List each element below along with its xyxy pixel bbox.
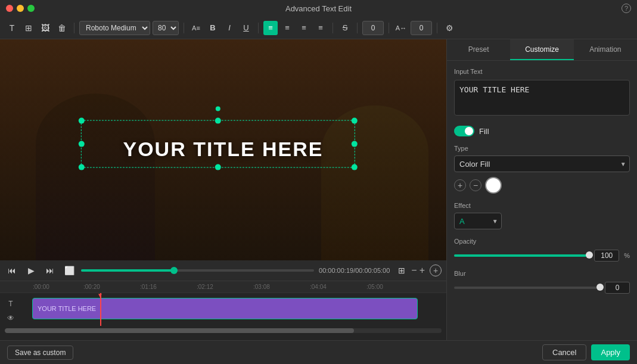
color-swatch[interactable]	[485, 177, 502, 194]
separator-5	[357, 23, 358, 33]
separator-6	[389, 23, 389, 33]
font-family-select[interactable]: Roboto Medium	[79, 21, 150, 35]
underline-button[interactable]: U	[239, 21, 253, 35]
zoom-out-button[interactable]: −	[411, 265, 417, 276]
fill-section: Fill	[454, 126, 630, 136]
timeline-tracks: T 👁 YOUR TITLE HERE	[0, 293, 446, 326]
maximize-button[interactable]	[27, 5, 35, 12]
fill-label: Fill	[479, 127, 489, 136]
effect-select-wrapper: A ▾	[454, 213, 502, 229]
panel-tabs: Preset Customize Animation	[447, 39, 637, 61]
timeline-scrollbar[interactable]	[5, 328, 442, 333]
tab-preset[interactable]: Preset	[447, 39, 510, 60]
type-select[interactable]: Color Fill Gradient Fill Image Fill	[454, 155, 630, 172]
align-center-button[interactable]: ≡	[280, 21, 294, 35]
align-right-button[interactable]: ≡	[297, 21, 311, 35]
toolbar: T ⊞ 🖼 🗑 Roboto Medium 80 A≡ B I U ≡ ≡ ≡ …	[0, 17, 637, 39]
bottom-actions: Cancel Apply	[542, 344, 630, 360]
player-controls: ⏮ ▶ ⏭ ⬜ 00:00:00:19/00:00:05:00 ⊞ − + +	[0, 260, 446, 281]
skip-forward-button[interactable]: ⏭	[43, 263, 57, 278]
track-icons: T 👁	[5, 298, 17, 324]
ruler-mark-5: :04:04	[310, 284, 327, 290]
time-display: 00:00:00:19/00:00:05:00	[319, 267, 390, 274]
crop-button[interactable]: ⬜	[62, 263, 76, 278]
separator-4	[333, 23, 333, 33]
visibility-track-icon[interactable]: 👁	[5, 312, 17, 324]
italic-button[interactable]: I	[222, 21, 237, 35]
char-spacing-icon[interactable]: A↔	[394, 21, 408, 35]
timeline-ruler: :00:00 :00:20 :01:16 :02:12 :03:08 :04:0…	[0, 281, 446, 293]
text-track-icon[interactable]: T	[5, 298, 17, 310]
help-button[interactable]: ?	[622, 4, 631, 13]
blur-label: Blur	[454, 270, 630, 277]
timeline-scrollbar-thumb[interactable]	[5, 328, 354, 333]
timeline: :00:00 :00:20 :01:16 :02:12 :03:08 :04:0…	[0, 281, 446, 340]
opacity-value-input[interactable]	[594, 250, 619, 262]
blur-section: Blur	[454, 270, 630, 294]
title-text-overlay: YOUR TITLE HERE	[123, 137, 323, 160]
text-style-icon[interactable]: A≡	[189, 21, 203, 35]
select-tool-icon[interactable]: ⊞	[21, 21, 36, 35]
opacity-slider[interactable]	[454, 254, 589, 257]
blur-thumb[interactable]	[596, 284, 604, 291]
zoom-fit-button[interactable]: ⊞	[394, 263, 409, 278]
separator-7	[437, 23, 437, 33]
ruler-mark-3: :02:12	[197, 284, 213, 290]
right-panel: Preset Customize Animation Input Text	[446, 39, 637, 340]
titlebar: Advanced Text Edit ?	[0, 0, 637, 17]
cancel-button[interactable]: Cancel	[542, 344, 586, 360]
bottom-bar: Save as custom Cancel Apply	[0, 340, 637, 364]
ruler-mark-2: :01:16	[140, 284, 157, 290]
opacity-unit: %	[624, 252, 630, 259]
opacity-thumb[interactable]	[586, 251, 593, 259]
effect-label: Effect	[454, 202, 630, 209]
close-button[interactable]	[6, 5, 13, 12]
minimize-button[interactable]	[17, 5, 24, 12]
delete-tool-icon[interactable]: 🗑	[55, 21, 69, 35]
input-text-label: Input Text	[454, 68, 630, 75]
play-button[interactable]: ▶	[24, 263, 38, 278]
playback-progress-fill	[81, 269, 174, 272]
align-justify-button[interactable]: ≡	[313, 21, 328, 35]
font-size-select[interactable]: 80	[153, 21, 179, 35]
char-spacing-input[interactable]	[411, 21, 432, 35]
add-track-button[interactable]: +	[430, 265, 442, 276]
zoom-controls: ⊞ − +	[394, 263, 425, 278]
tab-customize[interactable]: Customize	[510, 39, 573, 60]
text-tool-icon[interactable]: T	[5, 21, 19, 35]
image-tool-icon[interactable]: 🖼	[38, 21, 52, 35]
ruler-mark-0: :00:00	[33, 284, 49, 290]
playback-thumb[interactable]	[170, 267, 178, 274]
blur-slider[interactable]	[454, 287, 600, 289]
video-canvas[interactable]: YOUR TITLE HERE	[0, 39, 446, 260]
skip-back-button[interactable]: ⏮	[5, 263, 19, 278]
playback-progress-bar[interactable]	[81, 269, 314, 272]
align-left-button[interactable]: ≡	[263, 21, 278, 35]
opacity-section: Opacity %	[454, 238, 630, 262]
clip-label: YOUR TITLE HERE	[38, 305, 96, 312]
timeline-clip[interactable]: YOUR TITLE HERE	[32, 298, 418, 319]
ruler-mark-4: :03:08	[253, 284, 270, 290]
separator-3	[258, 23, 259, 33]
tab-animation[interactable]: Animation	[574, 39, 637, 60]
opacity-fill	[454, 254, 589, 257]
save-custom-button[interactable]: Save as custom	[7, 346, 73, 360]
zoom-in-button[interactable]: +	[420, 265, 425, 276]
type-section: Type Color Fill Gradient Fill Image Fill…	[454, 145, 630, 194]
add-color-button[interactable]: +	[454, 179, 466, 191]
apply-button[interactable]: Apply	[591, 344, 630, 360]
strikethrough-button[interactable]: S	[338, 21, 352, 35]
ruler-mark-6: :05:00	[366, 284, 383, 290]
blur-value-input[interactable]	[605, 282, 630, 294]
blur-row	[454, 282, 630, 294]
type-label: Type	[454, 145, 630, 152]
window-controls	[6, 5, 35, 12]
window-title: Advanced Text Edit	[285, 4, 352, 13]
input-text-field[interactable]	[454, 80, 630, 116]
bold-button[interactable]: B	[206, 21, 220, 35]
fill-toggle[interactable]	[454, 126, 474, 136]
effect-select[interactable]: A	[454, 213, 502, 229]
remove-color-button[interactable]: −	[470, 179, 481, 191]
more-options-icon[interactable]: ⚙	[442, 21, 456, 35]
letter-spacing-input[interactable]	[362, 21, 384, 35]
